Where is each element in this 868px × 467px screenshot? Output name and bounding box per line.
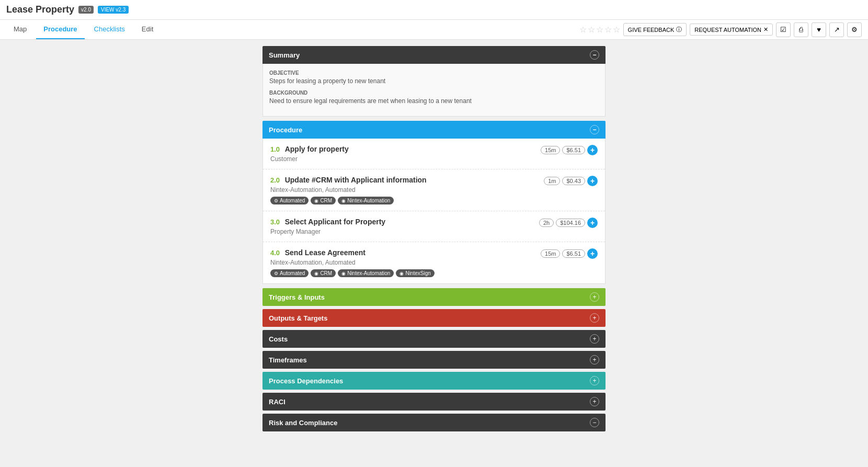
background-text: Need to ensure legal requirements are me… [269, 97, 599, 105]
procedure-body: 1.0 Apply for property Customer 15m $6.5… [262, 139, 606, 284]
summary-body: OBJECTIVE Steps for leasing a property t… [262, 64, 606, 117]
star-rating[interactable]: ☆ ☆ ☆ ☆ ☆ [579, 25, 620, 35]
summary-panel: Summary − OBJECTIVE Steps for leasing a … [262, 46, 606, 117]
step-3-right: 2h $104.16 + [539, 218, 598, 228]
step-2-tag-crm: ◉CRM [311, 197, 336, 204]
step-3-header: 3.0 Select Applicant for Property [270, 218, 533, 226]
procedure-panel: Procedure − 1.0 Apply for property Custo… [262, 121, 606, 284]
step-4-num: 4.0 [270, 249, 280, 257]
risk-toggle[interactable]: − [590, 418, 599, 427]
costs-toggle[interactable]: + [590, 334, 599, 344]
outputs-panel[interactable]: Outputs & Targets + [262, 309, 606, 327]
tab-edit[interactable]: Edit [134, 20, 161, 39]
step-2-role: Nintex-Automation, Automated [270, 186, 538, 193]
step-2-header: 2.0 Update #CRM with Applicant informati… [270, 176, 538, 184]
timeframes-panel[interactable]: Timeframes + [262, 351, 606, 369]
automation-button[interactable]: REQUEST AUTOMATION ✕ [690, 24, 773, 36]
step-1-time: 15m [541, 146, 560, 154]
triggers-toggle[interactable]: + [590, 292, 599, 302]
step-1-num: 1.0 [270, 145, 280, 153]
summary-toggle[interactable]: − [590, 50, 599, 60]
process-deps-label: Process Dependencies [269, 377, 343, 385]
star-1[interactable]: ☆ [579, 25, 587, 35]
feedback-button[interactable]: GIVE FEEDBACK ⓘ [623, 23, 687, 36]
step-2-right: 1m $0.43 + [544, 176, 598, 186]
step-4-tag-nintex: ◉Nintex-Automation [338, 269, 394, 277]
nav-tabs-left: Map Procedure Checklists Edit [6, 20, 161, 39]
procedure-panel-header[interactable]: Procedure − [262, 121, 606, 139]
risk-panel[interactable]: Risk and Compliance − [262, 414, 606, 431]
step-2-title: Update #CRM with Applicant information [285, 176, 427, 184]
print-icon-button[interactable]: ⎙ [794, 22, 808, 37]
step-1-role: Customer [270, 155, 534, 163]
step-row: 2.0 Update #CRM with Applicant informati… [263, 169, 605, 211]
step-4-title: Send Lease Agreement [285, 248, 366, 257]
step-1-header: 1.0 Apply for property [270, 145, 534, 153]
step-2-time: 1m [544, 177, 560, 185]
step-row: 1.0 Apply for property Customer 15m $6.5… [263, 139, 605, 169]
step-4-tags: ⚙Automated ◉CRM ◉Nintex-Automation ◉Nint… [270, 269, 534, 277]
nintex-icon-4: ◉ [341, 271, 346, 276]
automated-icon: ⚙ [274, 198, 278, 203]
step-2-add-button[interactable]: + [587, 176, 598, 186]
check-icon-button[interactable]: ☑ [776, 22, 791, 37]
top-bar-left: Lease Property v2.0 VIEW v2.3 [6, 4, 129, 15]
raci-toggle[interactable]: + [590, 397, 599, 406]
procedure-title: Procedure [269, 126, 302, 134]
triggers-panel[interactable]: Triggers & Inputs + [262, 288, 606, 306]
process-deps-toggle[interactable]: + [590, 376, 599, 385]
costs-panel[interactable]: Costs + [262, 330, 606, 348]
procedure-toggle[interactable]: − [590, 125, 599, 134]
objective-label: OBJECTIVE [269, 70, 599, 76]
star-3[interactable]: ☆ [596, 25, 603, 35]
step-1-right: 15m $6.51 + [541, 145, 598, 155]
outputs-toggle[interactable]: + [590, 313, 599, 323]
timeframes-label: Timeframes [269, 356, 307, 364]
step-3-left: 3.0 Select Applicant for Property Proper… [270, 218, 533, 235]
view-v3-button[interactable]: VIEW v2.3 [98, 6, 129, 14]
step-3-role: Property Manager [270, 228, 533, 235]
step-1-add-button[interactable]: + [587, 145, 598, 155]
step-4-left: 4.0 Send Lease Agreement Nintex-Automati… [270, 248, 534, 277]
step-2-tag-automated: ⚙Automated [270, 197, 309, 204]
step-3-title: Select Applicant for Property [285, 218, 385, 226]
outputs-label: Outputs & Targets [269, 314, 327, 322]
main-content: Summary − OBJECTIVE Steps for leasing a … [256, 40, 612, 441]
step-4-role: Nintex-Automation, Automated [270, 259, 534, 266]
tab-procedure[interactable]: Procedure [36, 20, 84, 39]
costs-label: Costs [269, 335, 288, 343]
step-row: 3.0 Select Applicant for Property Proper… [263, 211, 605, 242]
step-4-time: 15m [541, 249, 560, 258]
tab-checklists[interactable]: Checklists [87, 20, 132, 39]
heart-icon-button[interactable]: ♥ [812, 22, 826, 37]
crm-icon-4: ◉ [314, 271, 318, 276]
star-2[interactable]: ☆ [588, 25, 595, 35]
step-2-tag-nintex: ◉Nintex-Automation [338, 197, 394, 204]
nintex-icon: ◉ [341, 198, 346, 203]
star-5[interactable]: ☆ [613, 25, 620, 35]
process-deps-panel[interactable]: Process Dependencies + [262, 372, 606, 390]
step-4-tag-crm: ◉CRM [311, 269, 336, 277]
step-4-tag-automated: ⚙Automated [270, 269, 309, 277]
feedback-label: GIVE FEEDBACK [628, 27, 675, 33]
tab-map[interactable]: Map [6, 20, 34, 39]
app-title: Lease Property [6, 4, 74, 15]
step-4-header: 4.0 Send Lease Agreement [270, 248, 534, 257]
lightning-icon: ✕ [763, 26, 768, 33]
step-4-add-button[interactable]: + [587, 248, 598, 259]
settings-icon-button[interactable]: ⚙ [847, 22, 862, 37]
info-icon: ⓘ [676, 26, 682, 33]
objective-text: Steps for leasing a property to new tena… [269, 77, 599, 85]
star-4[interactable]: ☆ [604, 25, 612, 35]
nintexsign-icon: ◉ [399, 271, 404, 276]
share-icon-button[interactable]: ↗ [829, 22, 844, 37]
step-1-title: Apply for property [285, 145, 349, 153]
step-3-add-button[interactable]: + [587, 218, 598, 228]
step-2-cost: $0.43 [562, 177, 585, 185]
version-badge: v2.0 [78, 6, 94, 14]
timeframes-toggle[interactable]: + [590, 355, 599, 365]
step-3-cost: $104.16 [556, 219, 585, 227]
raci-panel[interactable]: RACI + [262, 393, 606, 411]
summary-panel-header[interactable]: Summary − [262, 46, 606, 64]
background-label: BACKGROUND [269, 90, 599, 96]
